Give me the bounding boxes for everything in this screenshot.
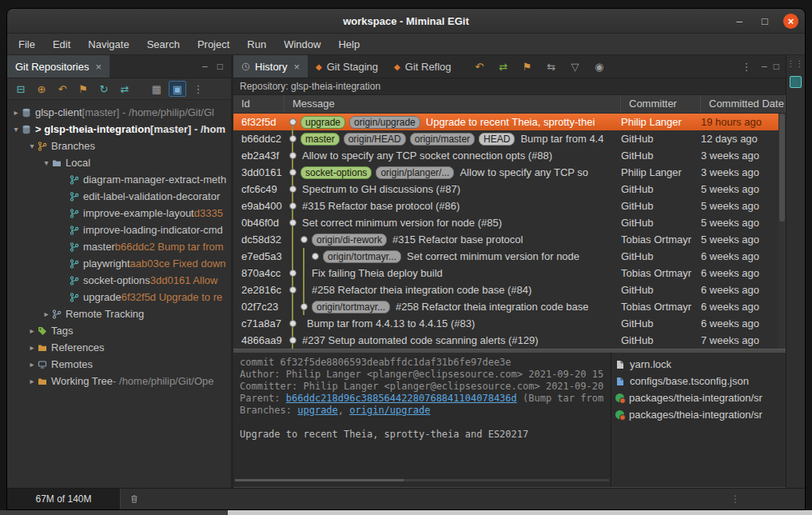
- expander-icon[interactable]: ▸: [26, 343, 38, 352]
- tree-item-branch-improve-example[interactable]: improve-example-layout d3335: [7, 205, 231, 222]
- hierarchical-layout-icon: ▦: [152, 83, 161, 95]
- menu-search[interactable]: Search: [147, 38, 180, 50]
- history-row[interactable]: 870a4cc Fix failing Theia deploy build T…: [233, 265, 786, 281]
- commit-file-list: yarn.lock configs/base.tsconfig.json pac…: [611, 353, 786, 487]
- menu-help[interactable]: Help: [338, 38, 360, 50]
- add-repository-button[interactable]: ⊕: [33, 81, 50, 97]
- window-maximize-button[interactable]: □: [758, 15, 772, 27]
- expander-icon[interactable]: ▸: [26, 377, 38, 385]
- history-scrollbar[interactable]: [778, 114, 786, 349]
- tree-item-tags[interactable]: ▸ Tags: [7, 322, 231, 339]
- column-message[interactable]: Message: [285, 95, 621, 113]
- tree-item-references[interactable]: ▸ References: [7, 339, 231, 356]
- close-tab-icon[interactable]: ×: [95, 61, 102, 73]
- close-tab-icon[interactable]: ×: [293, 61, 300, 73]
- tree-item-remotes[interactable]: ▸ Remotes: [7, 356, 231, 373]
- history-row[interactable]: 02f7c23 origin/tortmayr... #258 Refactor…: [233, 298, 786, 315]
- history-row[interactable]: 6f32f5d upgrade origin/upgrade Upgrade t…: [233, 114, 786, 130]
- collapse-all-button[interactable]: ⊟: [12, 81, 30, 97]
- column-committed-date[interactable]: Committed Date: [701, 95, 786, 113]
- column-committer[interactable]: Committer: [621, 95, 701, 113]
- history-row[interactable]: e9ab400 #315 Refactor base protocol (#86…: [233, 198, 786, 214]
- history-row[interactable]: c71a8a7 Bump tar from 4.4.13 to 4.4.15 (…: [233, 315, 786, 332]
- tree-item-branch-playwright[interactable]: playwright aab03ce Fixed down: [7, 255, 231, 272]
- minimize-view-icon[interactable]: –: [762, 61, 767, 72]
- menu-project[interactable]: Project: [197, 38, 229, 50]
- head-badge: HEAD: [479, 133, 515, 146]
- window-close-button[interactable]: ×: [783, 14, 798, 29]
- tree-item-branch-improve-loading[interactable]: improve-loading-indicator-cmd: [7, 222, 231, 238]
- branch-link-upgrade[interactable]: upgrade: [297, 405, 338, 416]
- refresh-button[interactable]: ↻: [95, 81, 113, 97]
- menu-run[interactable]: Run: [247, 38, 266, 50]
- tree-item-glsp-client[interactable]: ▸ glsp-client [master] - /home/philip/Gi…: [7, 104, 231, 121]
- history-row[interactable]: 4866aa9 #237 Setup automated code scanni…: [233, 332, 786, 349]
- tree-item-branch-edit-label[interactable]: edit-label-validation-decorator: [7, 188, 231, 205]
- tree-item-remote-tracking[interactable]: ▸ Remote Tracking: [7, 305, 231, 322]
- menu-window[interactable]: Window: [284, 38, 320, 50]
- nav-back-button[interactable]: ↶: [471, 58, 488, 74]
- column-id[interactable]: Id: [233, 95, 285, 113]
- history-row[interactable]: 0b46f0d Set correct minimum version for …: [233, 214, 786, 231]
- branch-badge: master: [301, 133, 340, 146]
- run-garbage-collect-button[interactable]: [127, 492, 141, 506]
- toggle-layout-button[interactable]: ▣: [169, 81, 186, 97]
- history-row[interactable]: 3dd0161 socket-options origin/planger/..…: [233, 164, 786, 181]
- minimized-view-icon[interactable]: [790, 76, 802, 88]
- tab-git-repositories[interactable]: Git Repositories ×: [7, 55, 109, 78]
- tree-item-branch-master[interactable]: master b66ddc2 Bump tar from: [7, 238, 231, 255]
- expander-icon[interactable]: ▸: [41, 309, 52, 318]
- file-item[interactable]: configs/base.tsconfig.json: [615, 373, 782, 389]
- history-row[interactable]: dc58d32 origin/di-rework #315 Refactor b…: [233, 231, 786, 248]
- expander-icon[interactable]: ▸: [10, 108, 22, 117]
- history-row[interactable]: cfc6c49 Spectrum to GH discussions (#87)…: [233, 181, 786, 198]
- tree-item-branch-diagram-manager[interactable]: diagram-manager-extract-meth: [7, 171, 231, 188]
- expander-icon[interactable]: ▾: [41, 158, 52, 167]
- menu-file[interactable]: File: [18, 38, 35, 50]
- history-row[interactable]: e7ed5a3 origin/tortmayr... Set correct m…: [233, 248, 786, 265]
- tab-history[interactable]: History ×: [233, 55, 308, 78]
- details-scrollbar[interactable]: [235, 479, 609, 481]
- tree-item-local[interactable]: ▾ Local: [7, 154, 231, 171]
- create-repository-button[interactable]: ⚑: [74, 81, 92, 97]
- minimize-view-icon[interactable]: –: [202, 61, 208, 72]
- history-view-menu-button[interactable]: ⋮: [738, 58, 755, 74]
- clone-repository-button[interactable]: ↶: [54, 81, 71, 97]
- titlebar[interactable]: workspace - Miminal EGit – □ ×: [7, 9, 805, 34]
- menu-edit[interactable]: Edit: [53, 38, 70, 50]
- filter-button[interactable]: ▽: [567, 58, 584, 74]
- parent-commit-link[interactable]: b66ddc218d96c38856442280768841104078436d: [286, 393, 517, 404]
- pin-button[interactable]: ◉: [591, 58, 608, 74]
- tab-git-staging[interactable]: ◆ Git Staging: [308, 55, 386, 78]
- tab-git-reflog[interactable]: ◆ Git Reflog: [386, 55, 460, 78]
- window-minimize-button[interactable]: –: [732, 15, 746, 27]
- refresh-history-button[interactable]: ⇄: [495, 58, 512, 74]
- maximize-view-icon[interactable]: □: [217, 61, 223, 72]
- link-with-selection-button[interactable]: ⇄: [116, 81, 133, 97]
- menu-navigate[interactable]: Navigate: [88, 38, 129, 50]
- expander-icon[interactable]: ▸: [26, 326, 38, 335]
- view-menu-button[interactable]: ⋮: [189, 81, 207, 97]
- all-branches-button[interactable]: ⚑: [519, 58, 536, 74]
- tree-item-working-tree[interactable]: ▸ Working Tree - /home/philip/Git/Ope: [7, 373, 231, 389]
- file-item[interactable]: packages/theia-integration/sr: [615, 389, 782, 406]
- statusbar-handle[interactable]: ⋮: [730, 493, 740, 505]
- tree-item-branch-socket-options[interactable]: socket-options 3dd0161 Allow: [7, 272, 231, 289]
- rail-handle[interactable]: ⋮⋮: [787, 59, 805, 68]
- expander-icon[interactable]: ▾: [10, 125, 22, 134]
- history-row[interactable]: 2e2816c #258 Refactor theia integration …: [233, 281, 786, 298]
- compare-mode-button[interactable]: ⇆: [543, 58, 560, 74]
- tree-item-branches[interactable]: ▾ Branches: [7, 138, 231, 154]
- history-row[interactable]: eb2a43f Allow to specify any TCP socket …: [233, 147, 786, 164]
- tree-item-glsp-theia-integration[interactable]: ▾ > glsp-theia-integration [master] - /h…: [7, 121, 231, 138]
- tree-item-branch-upgrade[interactable]: upgrade 6f32f5d Upgrade to re: [7, 289, 231, 305]
- branch-link-origin-upgrade[interactable]: origin/upgrade: [349, 405, 430, 416]
- hierarchical-layout-button[interactable]: ▦: [148, 81, 165, 97]
- heap-status: 67M of 140M: [7, 489, 121, 509]
- maximize-view-icon[interactable]: □: [774, 61, 779, 72]
- expander-icon[interactable]: ▸: [26, 360, 38, 369]
- file-item[interactable]: packages/theia-integration/sr: [615, 406, 782, 423]
- expander-icon[interactable]: ▾: [26, 142, 38, 150]
- history-row[interactable]: b66ddc2 master origin/HEAD origin/master…: [233, 130, 786, 147]
- file-item[interactable]: yarn.lock: [615, 356, 782, 373]
